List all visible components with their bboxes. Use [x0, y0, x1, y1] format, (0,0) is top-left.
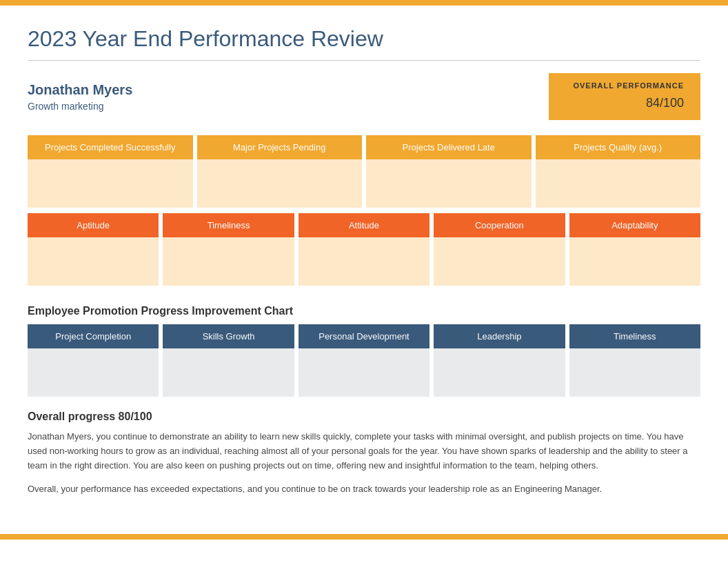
- metric-header2-3: Cooperation: [434, 213, 565, 237]
- chart-col-4: Timeliness: [569, 324, 700, 397]
- chart-col-body-4: [569, 348, 700, 397]
- employee-name: Jonathan Myers: [28, 82, 132, 98]
- overall-performance-score: 84/100: [565, 90, 684, 112]
- chart-col-header-4: Timeliness: [569, 324, 700, 348]
- metric-body2-3: [434, 237, 565, 286]
- metric-body-2: [366, 159, 532, 208]
- chart-col-header-3: Leadership: [434, 324, 565, 348]
- overall-performance-box: OVERALL PERFORMANCE 84/100: [549, 73, 700, 120]
- progress-section: Overall progress 80/100 Jonathan Myers, …: [28, 411, 700, 497]
- metrics-row-2: Aptitude Timeliness Attitude Cooperation…: [28, 213, 700, 286]
- metric-header-3: Projects Quality (avg.): [536, 135, 701, 159]
- metric-card2-2: Attitude: [299, 213, 429, 286]
- metric-card-2: Projects Delivered Late: [366, 135, 532, 208]
- overall-performance-label: OVERALL PERFORMANCE: [565, 81, 684, 90]
- metric-card2-1: Timeliness: [163, 213, 294, 286]
- employee-info: Jonathan Myers Growth marketing: [28, 82, 132, 112]
- chart-col-3: Leadership: [434, 324, 565, 397]
- metric-header2-2: Attitude: [299, 213, 429, 237]
- progress-paragraph-1: Jonathan Myers, you continue to demonstr…: [28, 430, 700, 473]
- chart-col-header-2: Personal Development: [299, 324, 429, 348]
- chart-title: Employee Promotion Progress Improvement …: [28, 305, 700, 317]
- chart-col-0: Project Completion: [28, 324, 159, 397]
- chart-col-1: Skills Growth: [163, 324, 294, 397]
- metric-body2-0: [28, 237, 159, 286]
- score-out-of: /100: [660, 96, 684, 110]
- chart-col-2: Personal Development: [299, 324, 429, 397]
- metric-card2-3: Cooperation: [434, 213, 565, 286]
- score-value: 84: [646, 96, 660, 110]
- top-bar: [0, 0, 728, 6]
- metric-header-1: Major Projects Pending: [197, 135, 363, 159]
- metric-body2-1: [163, 237, 294, 286]
- metric-header2-4: Adaptability: [569, 213, 700, 237]
- metric-body-0: [28, 159, 193, 208]
- chart-col-header-1: Skills Growth: [163, 324, 294, 348]
- divider: [28, 60, 700, 61]
- progress-paragraph-2: Overall, your performance has exceeded e…: [28, 482, 700, 497]
- metric-card2-0: Aptitude: [28, 213, 159, 286]
- metrics-row-1: Projects Completed Successfully Major Pr…: [28, 135, 700, 208]
- chart-col-body-2: [299, 348, 429, 397]
- header-section: Jonathan Myers Growth marketing OVERALL …: [28, 73, 700, 120]
- chart-col-body-3: [434, 348, 565, 397]
- metric-body-3: [536, 159, 701, 208]
- chart-col-body-0: [28, 348, 159, 397]
- chart-section: Employee Promotion Progress Improvement …: [28, 305, 700, 397]
- metric-card-0: Projects Completed Successfully: [28, 135, 193, 208]
- metric-card-1: Major Projects Pending: [197, 135, 363, 208]
- metric-body2-4: [569, 237, 700, 286]
- metric-body2-2: [299, 237, 429, 286]
- chart-grid: Project Completion Skills Growth Persona…: [28, 324, 700, 397]
- metric-header2-1: Timeliness: [163, 213, 294, 237]
- page-title: 2023 Year End Performance Review: [28, 26, 700, 52]
- employee-role: Growth marketing: [28, 101, 132, 112]
- metric-card2-4: Adaptability: [569, 213, 700, 286]
- chart-col-body-1: [163, 348, 294, 397]
- metric-body-1: [197, 159, 363, 208]
- metric-header-2: Projects Delivered Late: [366, 135, 532, 159]
- chart-col-header-0: Project Completion: [28, 324, 159, 348]
- progress-title: Overall progress 80/100: [28, 411, 700, 423]
- metric-header2-0: Aptitude: [28, 213, 159, 237]
- metric-header-0: Projects Completed Successfully: [28, 135, 193, 159]
- metric-card-3: Projects Quality (avg.): [536, 135, 701, 208]
- bottom-bar: [0, 534, 728, 540]
